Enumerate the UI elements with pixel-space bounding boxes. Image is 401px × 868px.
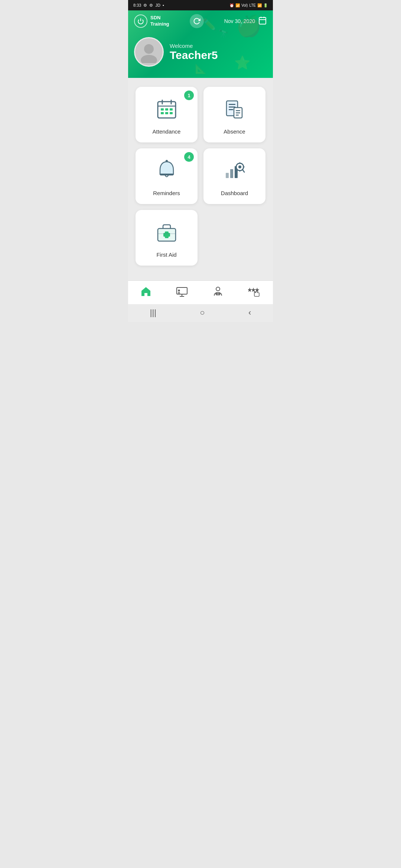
svg-rect-23 <box>236 112 240 114</box>
android-menu-btn[interactable]: ||| <box>150 308 156 318</box>
svg-point-31 <box>238 165 241 168</box>
first-aid-label: First Aid <box>156 251 176 258</box>
teacher-name: Teacher5 <box>170 49 218 62</box>
class-icon <box>176 286 188 300</box>
nav-rating[interactable]: ☆ ☆ ☆ <box>242 285 267 301</box>
reminders-badge: 4 <box>184 152 194 162</box>
nav-teacher[interactable] <box>206 285 229 301</box>
status-bar: 8:33 ⚙ ⚙ JD • ⏰ 📶 Vol) LTE 📶 🔋 <box>128 0 273 10</box>
absence-card[interactable]: Absence <box>203 87 265 142</box>
nav-class[interactable] <box>170 285 194 301</box>
first-aid-icon <box>155 220 179 247</box>
svg-rect-16 <box>170 112 173 114</box>
bottom-nav: ☆ ☆ ☆ <box>128 280 273 304</box>
logo-line1: SDN <box>150 15 169 21</box>
absence-icon <box>223 97 247 124</box>
rating-icon: ☆ ☆ ☆ <box>248 286 261 300</box>
header-top: SDN Training Nov 30, 2020 <box>134 14 267 28</box>
svg-rect-28 <box>230 169 233 178</box>
welcome-text: Welcome Teacher5 <box>170 43 218 62</box>
refresh-button[interactable] <box>190 14 204 28</box>
attendance-badge: 1 <box>184 91 194 100</box>
lte-text: LTE <box>249 3 256 7</box>
attendance-card[interactable]: 1 Attendance <box>136 87 198 142</box>
logo: SDN Training <box>134 14 169 28</box>
vol-text: Vol) <box>241 3 248 7</box>
svg-line-33 <box>242 170 244 172</box>
absence-label: Absence <box>224 128 245 135</box>
svg-point-49 <box>216 287 220 291</box>
svg-point-6 <box>141 55 157 63</box>
avatar <box>134 37 164 67</box>
svg-rect-12 <box>165 108 168 111</box>
first-aid-card[interactable]: First Aid <box>136 210 198 266</box>
calendar-icon <box>258 16 267 27</box>
dashboard-label: Dashboard <box>221 190 248 196</box>
nav-home[interactable] <box>134 285 157 301</box>
svg-rect-15 <box>165 112 168 114</box>
status-left: 8:33 ⚙ ⚙ JD • <box>133 3 164 8</box>
svg-point-26 <box>166 160 168 162</box>
svg-text:☆: ☆ <box>252 288 255 292</box>
settings-icon-1: ⚙ <box>143 3 147 8</box>
teacher-icon <box>212 286 224 300</box>
svg-rect-27 <box>226 173 229 178</box>
svg-point-5 <box>144 44 154 54</box>
android-home-btn[interactable]: ○ <box>200 308 205 318</box>
svg-rect-14 <box>161 112 164 114</box>
card-row-3: First Aid <box>136 210 265 266</box>
svg-text:☆: ☆ <box>248 288 251 292</box>
user-initials: JD <box>155 3 160 7</box>
svg-rect-24 <box>236 115 239 116</box>
logo-line2: Training <box>150 21 169 27</box>
svg-rect-13 <box>170 108 173 111</box>
svg-rect-25 <box>160 174 173 175</box>
status-right: ⏰ 📶 Vol) LTE 📶 🔋 <box>229 3 268 7</box>
time: 8:33 <box>133 3 141 7</box>
svg-rect-1 <box>259 17 266 24</box>
home-icon <box>140 286 151 300</box>
reminders-card[interactable]: 4 Reminders <box>136 148 198 204</box>
main-content: 1 Attendance <box>128 78 273 280</box>
dashboard-card[interactable]: Dashboard <box>203 148 265 204</box>
svg-point-45 <box>178 290 180 292</box>
power-icon <box>134 14 147 28</box>
settings-icon-2: ⚙ <box>149 3 153 8</box>
card-row-2: 4 Reminders <box>136 148 265 204</box>
battery-icon: 🔋 <box>263 3 268 7</box>
alarm-icon: ⏰ <box>229 3 234 7</box>
svg-rect-22 <box>236 110 240 111</box>
attendance-icon <box>155 97 179 124</box>
signal-icon: 📶 <box>257 3 262 7</box>
card-row-1: 1 Attendance <box>136 87 265 142</box>
reminders-label: Reminders <box>153 190 180 196</box>
svg-rect-18 <box>229 104 235 105</box>
date-text: Nov 30, 2020 <box>224 18 255 24</box>
reminders-icon <box>155 159 179 185</box>
dashboard-icon <box>223 159 247 185</box>
svg-rect-20 <box>229 109 233 110</box>
welcome-section: Welcome Teacher5 <box>134 33 267 78</box>
android-back-btn[interactable]: ‹ <box>248 308 251 318</box>
attendance-label: Attendance <box>153 128 181 135</box>
header: 🍎 ✏️ ⭐ 📐 🔭 SDN Training <box>128 10 273 78</box>
wifi-icon: 📶 <box>235 3 240 7</box>
svg-rect-11 <box>161 108 164 111</box>
header-date: Nov 30, 2020 <box>224 16 267 27</box>
android-nav: ||| ○ ‹ <box>128 304 273 322</box>
welcome-label: Welcome <box>170 43 218 49</box>
dot-indicator: • <box>163 3 164 7</box>
